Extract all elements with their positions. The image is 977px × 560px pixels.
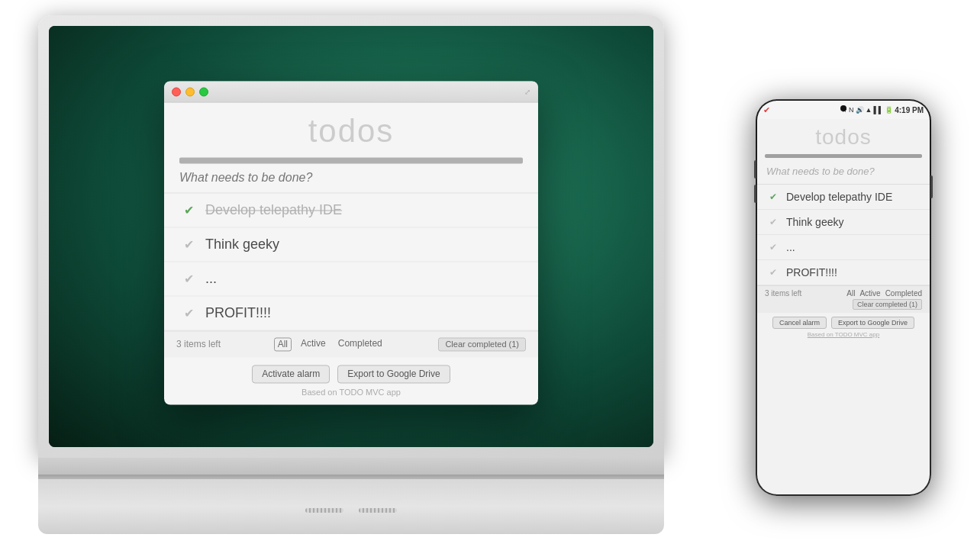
todo-check-icon[interactable]: ✔	[179, 269, 198, 288]
todo-text: ...	[205, 271, 217, 287]
phone-todo-check-icon[interactable]: ✔	[766, 266, 780, 279]
phone-footer-filters: All Active Completed	[846, 289, 922, 298]
phone-input-placeholder: What needs to be done?	[766, 166, 875, 177]
todo-check-icon[interactable]: ✔	[179, 235, 198, 253]
mac-close-btn[interactable]	[172, 87, 181, 96]
phone-app-title: todos	[757, 119, 930, 154]
phone-action-row: Cancel alarm Export to Google Drive	[757, 313, 930, 331]
laptop-base-top	[38, 458, 664, 475]
list-item: ✔ Develop telepathy IDE	[757, 185, 930, 210]
phone-based-on: Based on TODO MVC app	[757, 331, 930, 341]
laptop-base	[38, 458, 664, 534]
laptop-screen-bezel: ⤢ todos ✔ Develop telepa	[49, 26, 653, 447]
phone: ✔ ★ N 🔊 ▲ ▌▌ 🔋 4:19 PM todos	[756, 99, 931, 496]
phone-todo-check-icon[interactable]: ✔	[766, 215, 780, 229]
phone-cancel-alarm-btn[interactable]: Cancel alarm	[772, 317, 827, 329]
items-left-label: 3 items left	[176, 339, 221, 349]
phone-todo-text: PROFIT!!!!	[786, 266, 837, 278]
mac-new-todo-input[interactable]	[179, 171, 523, 185]
phone-items-left: 3 items left	[765, 289, 801, 298]
list-item: ✔ ...	[757, 235, 930, 260]
phone-signal-icon: ▲	[866, 106, 872, 114]
laptop-speaker-right	[359, 508, 397, 513]
mac-footer: 3 items left All Active Completed Clear …	[164, 330, 538, 357]
phone-volume-up-btn[interactable]	[754, 160, 756, 179]
table-row: ✔ Develop telepathy IDE	[164, 193, 538, 227]
laptop-screen-bg: ⤢ todos ✔ Develop telepa	[49, 26, 653, 447]
mac-window: ⤢ todos ✔ Develop telepa	[164, 81, 538, 404]
mac-input-row[interactable]	[164, 163, 538, 193]
phone-nfc-icon: N	[849, 106, 854, 114]
phone-status-left: ✔	[763, 105, 770, 115]
clear-completed-btn[interactable]: Clear completed (1)	[438, 337, 526, 351]
todo-check-icon[interactable]: ✔	[179, 304, 198, 322]
mac-based-on: Based on TODO MVC app	[164, 388, 538, 404]
phone-camera	[840, 105, 846, 111]
table-row: ✔ ...	[164, 262, 538, 296]
phone-battery-icon: 🔋	[885, 106, 893, 114]
todo-check-icon[interactable]: ✔	[179, 201, 198, 219]
mac-action-row: Activate alarm Export to Google Drive	[164, 357, 538, 388]
laptop-body: ⤢ todos ✔ Develop telepa	[38, 15, 664, 458]
mac-progress-bar	[179, 157, 523, 163]
phone-todo-text: Develop telepathy IDE	[786, 191, 892, 203]
phone-export-btn[interactable]: Export to Google Drive	[831, 317, 914, 329]
phone-footer-top: 3 items left All Active Completed	[765, 289, 922, 298]
mac-titlebar: ⤢	[164, 81, 538, 102]
mac-footer-filters: All Active Completed	[274, 337, 385, 351]
table-row: ✔ Think geeky	[164, 227, 538, 262]
phone-content: todos What needs to be done? ✔ Develop t…	[757, 119, 930, 494]
phone-footer: 3 items left All Active Completed Clear …	[757, 285, 930, 313]
phone-status-check-icon: ✔	[763, 105, 770, 115]
phone-filter-completed[interactable]: Completed	[885, 289, 922, 298]
mac-minimize-btn[interactable]	[185, 87, 195, 96]
mac-expand-icon[interactable]: ⤢	[524, 88, 532, 95]
todo-text: Think geeky	[205, 237, 279, 253]
filter-active-btn[interactable]: Active	[298, 337, 329, 351]
mac-app-title: todos	[164, 102, 538, 157]
phone-wifi-icon: ▌▌	[873, 106, 883, 114]
filter-all-btn[interactable]: All	[274, 337, 292, 351]
phone-input-row[interactable]: What needs to be done?	[757, 158, 930, 185]
laptop-speaker-left	[305, 508, 343, 513]
activate-alarm-btn[interactable]: Activate alarm	[252, 365, 330, 383]
todo-text: Develop telepathy IDE	[205, 202, 342, 218]
phone-todo-text: Think geeky	[786, 216, 843, 228]
phone-sound-icon: 🔊	[856, 106, 864, 114]
filter-completed-btn[interactable]: Completed	[335, 337, 385, 351]
phone-screen-area: ✔ ★ N 🔊 ▲ ▌▌ 🔋 4:19 PM todos	[757, 101, 930, 494]
mac-maximize-btn[interactable]	[199, 87, 208, 96]
laptop-base-bottom	[38, 479, 664, 534]
laptop: ⤢ todos ✔ Develop telepa	[38, 15, 664, 534]
phone-todo-text: ...	[786, 241, 795, 253]
phone-power-btn[interactable]	[930, 175, 933, 198]
phone-time: 4:19 PM	[895, 106, 924, 114]
scene: ⤢ todos ✔ Develop telepa	[0, 0, 977, 560]
todo-text: PROFIT!!!!	[205, 305, 271, 321]
list-item: ✔ Think geeky	[757, 210, 930, 235]
phone-volume-down-btn[interactable]	[754, 185, 756, 203]
phone-body: ✔ ★ N 🔊 ▲ ▌▌ 🔋 4:19 PM todos	[756, 99, 931, 496]
phone-filter-active[interactable]: Active	[859, 289, 880, 298]
phone-filter-all[interactable]: All	[846, 289, 855, 298]
table-row: ✔ PROFIT!!!!	[164, 296, 538, 330]
export-btn[interactable]: Export to Google Drive	[337, 365, 450, 383]
phone-todo-check-icon[interactable]: ✔	[766, 190, 780, 204]
list-item: ✔ PROFIT!!!!	[757, 260, 930, 285]
phone-todo-check-icon[interactable]: ✔	[766, 240, 780, 254]
phone-clear-completed-btn[interactable]: Clear completed (1)	[853, 299, 922, 310]
phone-status-right: ★ N 🔊 ▲ ▌▌ 🔋 4:19 PM	[841, 106, 924, 114]
